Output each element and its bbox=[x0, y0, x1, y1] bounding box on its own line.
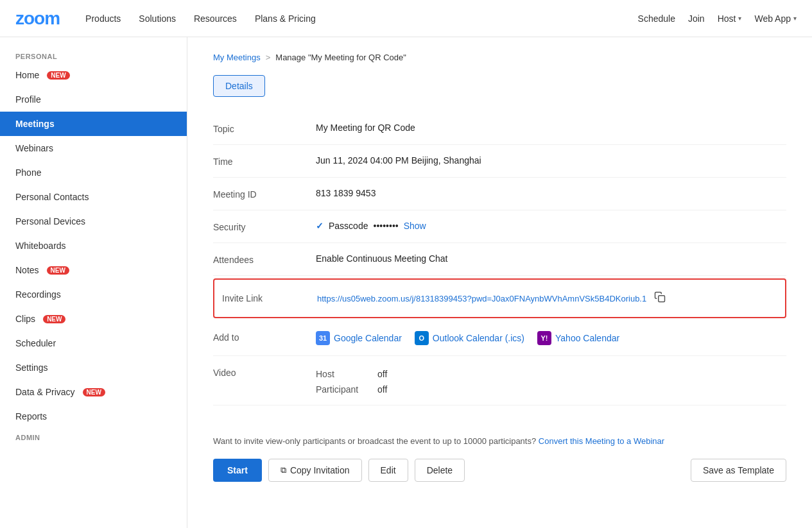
add-to-label: Add to bbox=[213, 331, 316, 343]
topic-row: Topic My Meeting for QR Code bbox=[213, 112, 786, 145]
yahoo-calendar-link[interactable]: Y! Yahoo Calendar bbox=[537, 331, 619, 345]
copy-link-button[interactable] bbox=[652, 289, 668, 308]
breadcrumb-current: Manage "My Meeting for QR Code" bbox=[275, 53, 406, 62]
nav-plans-pricing[interactable]: Plans & Pricing bbox=[255, 13, 316, 24]
video-host-value: off bbox=[377, 369, 387, 379]
meeting-id-label: Meeting ID bbox=[213, 188, 316, 200]
security-value: ✓ Passcode •••••••• Show bbox=[316, 221, 786, 231]
sidebar-item-settings[interactable]: Settings bbox=[0, 355, 187, 380]
breadcrumb: My Meetings > Manage "My Meeting for QR … bbox=[213, 53, 786, 62]
copy-icon: ⧉ bbox=[281, 465, 286, 475]
copy-invitation-button[interactable]: ⧉ Copy Invitation bbox=[268, 459, 362, 482]
sidebar-item-whiteboards-label: Whiteboards bbox=[15, 241, 66, 251]
video-host-label: Host bbox=[316, 369, 367, 379]
sidebar-item-notes[interactable]: Notes NEW bbox=[0, 258, 187, 282]
video-participant-row: Participant off bbox=[316, 384, 387, 395]
host-chevron-icon: ▾ bbox=[738, 15, 741, 22]
tabs: Details bbox=[213, 75, 786, 97]
google-calendar-icon: 31 bbox=[316, 331, 330, 345]
sidebar-item-phone-label: Phone bbox=[15, 167, 41, 178]
invite-link-value: https://us05web.zoom.us/j/81318399453?pw… bbox=[317, 289, 777, 308]
nav-products[interactable]: Products bbox=[85, 13, 121, 24]
sidebar: PERSONAL Home NEW Profile Meetings Webin… bbox=[0, 37, 187, 528]
attendees-value: Enable Continuous Meeting Chat bbox=[316, 253, 786, 264]
invite-url: https://us05web.zoom.us/j/81318399453?pw… bbox=[317, 294, 646, 303]
security-row: Security ✓ Passcode •••••••• Show bbox=[213, 210, 786, 243]
sidebar-item-clips-badge: NEW bbox=[43, 315, 65, 323]
sidebar-item-webinars[interactable]: Webinars bbox=[0, 136, 187, 160]
attendees-label: Attendees bbox=[213, 253, 316, 265]
convert-webinar-link[interactable]: Convert this Meeting to a Webinar bbox=[539, 436, 664, 446]
sidebar-item-recordings-label: Recordings bbox=[15, 289, 61, 300]
sidebar-item-webinars-label: Webinars bbox=[15, 143, 53, 153]
sidebar-item-recordings[interactable]: Recordings bbox=[0, 282, 187, 307]
nav-join[interactable]: Join bbox=[688, 13, 705, 24]
sidebar-item-data-privacy[interactable]: Data & Privacy NEW bbox=[0, 380, 187, 404]
nav-host[interactable]: Host ▾ bbox=[718, 13, 742, 24]
sidebar-item-profile-label: Profile bbox=[15, 94, 41, 105]
sidebar-item-whiteboards[interactable]: Whiteboards bbox=[0, 234, 187, 258]
svg-rect-0 bbox=[659, 296, 665, 302]
web-app-chevron-icon: ▾ bbox=[793, 15, 797, 22]
sidebar-item-reports[interactable]: Reports bbox=[0, 404, 187, 429]
video-section: Host off Participant off bbox=[316, 369, 786, 395]
nav-solutions[interactable]: Solutions bbox=[139, 13, 176, 24]
start-button[interactable]: Start bbox=[213, 459, 262, 482]
invite-link-row: Invite Link https://us05web.zoom.us/j/81… bbox=[213, 278, 786, 318]
add-to-value: 31 Google Calendar O Outlook Calendar (.… bbox=[316, 331, 786, 345]
topic-label: Topic bbox=[213, 123, 316, 134]
sidebar-item-personal-devices-label: Personal Devices bbox=[15, 216, 85, 226]
invite-link-label: Invite Link bbox=[222, 293, 317, 303]
video-participant-value: off bbox=[377, 384, 387, 395]
nav-web-app[interactable]: Web App ▾ bbox=[754, 13, 797, 24]
security-label: Security bbox=[213, 221, 316, 232]
video-label: Video bbox=[213, 366, 316, 378]
sidebar-item-clips[interactable]: Clips NEW bbox=[0, 307, 187, 331]
sidebar-item-phone[interactable]: Phone bbox=[0, 160, 187, 185]
sidebar-item-scheduler-label: Scheduler bbox=[15, 338, 56, 348]
zoom-logo[interactable]: zoom bbox=[15, 8, 60, 29]
sidebar-item-personal-devices[interactable]: Personal Devices bbox=[0, 209, 187, 234]
passcode-row: ✓ Passcode •••••••• Show bbox=[316, 221, 786, 231]
nav-schedule[interactable]: Schedule bbox=[638, 13, 675, 24]
sidebar-item-scheduler[interactable]: Scheduler bbox=[0, 331, 187, 355]
top-nav: zoom Products Solutions Resources Plans … bbox=[0, 0, 812, 37]
outlook-calendar-label: Outlook Calendar (.ics) bbox=[433, 333, 524, 343]
save-template-button[interactable]: Save as Template bbox=[691, 459, 786, 482]
outlook-calendar-link[interactable]: O Outlook Calendar (.ics) bbox=[415, 331, 524, 345]
sidebar-item-settings-label: Settings bbox=[15, 362, 48, 373]
google-calendar-link[interactable]: 31 Google Calendar bbox=[316, 331, 402, 345]
passcode-label: Passcode bbox=[329, 221, 368, 231]
time-value: Jun 11, 2024 04:00 PM Beijing, Shanghai bbox=[316, 155, 786, 166]
layout: PERSONAL Home NEW Profile Meetings Webin… bbox=[0, 37, 812, 528]
passcode-check-icon: ✓ bbox=[316, 221, 324, 231]
sidebar-item-home-badge: NEW bbox=[47, 71, 69, 80]
details-section: Topic My Meeting for QR Code Time Jun 11… bbox=[213, 112, 786, 405]
delete-button[interactable]: Delete bbox=[415, 459, 465, 482]
sidebar-item-profile[interactable]: Profile bbox=[0, 87, 187, 112]
video-value: Host off Participant off bbox=[316, 366, 786, 395]
sidebar-admin-label: ADMIN bbox=[0, 429, 187, 444]
show-passcode-link[interactable]: Show bbox=[404, 221, 426, 231]
yahoo-calendar-label: Yahoo Calendar bbox=[555, 333, 619, 343]
time-row: Time Jun 11, 2024 04:00 PM Beijing, Shan… bbox=[213, 145, 786, 178]
outlook-calendar-icon: O bbox=[415, 331, 429, 345]
breadcrumb-separator: > bbox=[266, 53, 271, 62]
video-row: Video Host off Participant off bbox=[213, 356, 786, 405]
sidebar-item-data-privacy-badge: NEW bbox=[83, 388, 105, 396]
edit-button[interactable]: Edit bbox=[368, 459, 408, 482]
tab-details[interactable]: Details bbox=[213, 75, 265, 97]
sidebar-item-personal-contacts-label: Personal Contacts bbox=[15, 192, 89, 202]
video-host-row: Host off bbox=[316, 369, 387, 379]
attendees-row: Attendees Enable Continuous Meeting Chat bbox=[213, 243, 786, 276]
breadcrumb-parent[interactable]: My Meetings bbox=[213, 53, 261, 62]
sidebar-item-personal-contacts[interactable]: Personal Contacts bbox=[0, 185, 187, 209]
sidebar-item-meetings[interactable]: Meetings bbox=[0, 112, 187, 136]
sidebar-item-data-privacy-label: Data & Privacy bbox=[15, 387, 75, 397]
sidebar-item-home[interactable]: Home NEW bbox=[0, 63, 187, 87]
nav-resources[interactable]: Resources bbox=[194, 13, 237, 24]
meeting-id-row: Meeting ID 813 1839 9453 bbox=[213, 178, 786, 210]
nav-right: Schedule Join Host ▾ Web App ▾ bbox=[638, 13, 797, 24]
time-label: Time bbox=[213, 155, 316, 167]
sidebar-personal-label: PERSONAL bbox=[0, 47, 187, 63]
